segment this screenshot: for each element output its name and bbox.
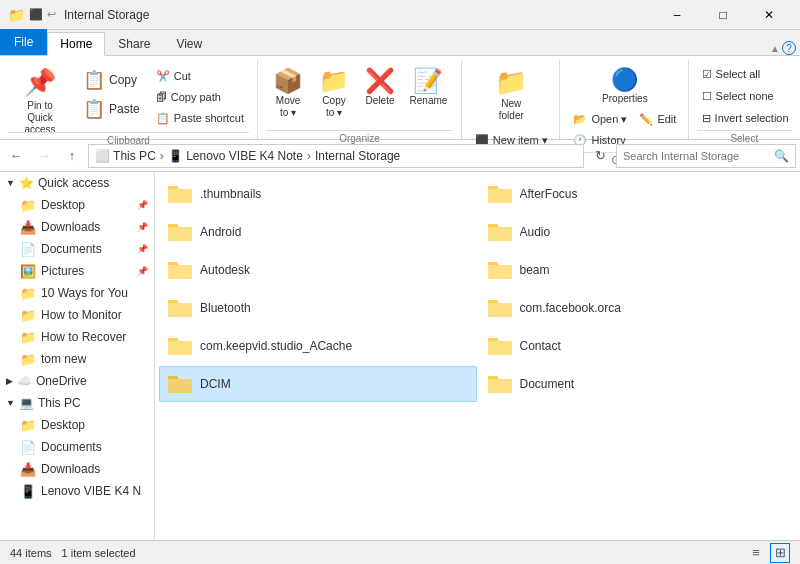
up-button[interactable]: ↑	[60, 144, 84, 168]
file-item-document[interactable]: Document	[479, 366, 797, 402]
paste-shortcut-button[interactable]: 📋 Paste shortcut	[151, 108, 249, 128]
tab-view[interactable]: View	[163, 31, 215, 55]
file-item-facebook[interactable]: com.facebook.orca	[479, 290, 797, 326]
new-section: 📁 Newfolder ⬛ New item ▾ New	[462, 60, 561, 139]
close-button[interactable]: ✕	[746, 0, 792, 30]
select-all-button[interactable]: ☑ Select all	[697, 64, 794, 84]
thispc-label: This PC	[38, 396, 81, 410]
sidebar-item-desktop-pc[interactable]: 📁 Desktop	[0, 414, 154, 436]
folder-svg-android	[166, 220, 194, 244]
app-icon: 📁	[8, 7, 25, 23]
file-item-contact[interactable]: Contact	[479, 328, 797, 364]
file-name-dcim: DCIM	[200, 377, 231, 391]
sidebar-label-desktop-pc: Desktop	[41, 418, 85, 432]
delete-button[interactable]: ❌ Delete	[358, 64, 402, 128]
sidebar-item-documents-quick[interactable]: 📄 Documents 📌	[0, 238, 154, 260]
file-item-audio[interactable]: Audio	[479, 214, 797, 250]
sidebar-item-desktop-quick[interactable]: 📁 Desktop 📌	[0, 194, 154, 216]
ribbon-tabs: File Home Share View ▲ ?	[0, 30, 800, 56]
tab-file[interactable]: File	[0, 29, 47, 55]
sidebar-item-tomnew[interactable]: 📁 tom new	[0, 348, 154, 370]
copy-label: Copy	[109, 73, 137, 87]
cut-button[interactable]: ✂️ Cut	[151, 66, 249, 86]
large-icons-view-button[interactable]: ⊞	[770, 543, 790, 563]
thispc-icon: 💻	[19, 396, 34, 410]
details-view-button[interactable]: ≡	[746, 543, 766, 563]
ribbon-collapse-icon[interactable]: ▲	[770, 43, 780, 54]
sidebar-label-howtorecover: How to Recover	[41, 330, 126, 344]
title-bar: 📁 ⬛ ↩ Internal Storage – □ ✕	[0, 0, 800, 30]
refresh-button[interactable]: ↻	[588, 144, 612, 168]
minimize-button[interactable]: –	[654, 0, 700, 30]
sidebar-item-downloads-pc[interactable]: 📥 Downloads	[0, 458, 154, 480]
sidebar-label-documents: Documents	[41, 242, 102, 256]
maximize-button[interactable]: □	[700, 0, 746, 30]
sidebar-label-downloads-pc: Downloads	[41, 462, 100, 476]
rename-button[interactable]: 📝 Rename	[404, 64, 453, 128]
search-icon: 🔍	[774, 149, 789, 163]
onedrive-header[interactable]: ▶ ☁️ OneDrive	[0, 370, 154, 392]
copy-to-icon: 📁	[319, 67, 349, 95]
new-folder-button[interactable]: 📁 Newfolder	[470, 64, 553, 128]
copy-to-button[interactable]: 📁 Copyto ▾	[312, 64, 356, 128]
desktop-icon: 📁	[20, 198, 36, 213]
folder-svg-keepvid	[166, 334, 194, 358]
move-to-button[interactable]: 📦 Moveto ▾	[266, 64, 310, 128]
thispc-header[interactable]: ▼ 💻 This PC	[0, 392, 154, 414]
breadcrumb[interactable]: ⬜ This PC › 📱 Lenovo VIBE K4 Note › Inte…	[88, 144, 584, 168]
file-item-beam[interactable]: beam	[479, 252, 797, 288]
invert-selection-button[interactable]: ⊟ Invert selection	[697, 108, 794, 128]
tab-share[interactable]: Share	[105, 31, 163, 55]
pin-to-quick-button[interactable]: 📌 Pin to Quickaccess	[8, 64, 72, 128]
pin-label: Pin to Quickaccess	[15, 100, 65, 136]
sidebar-item-howtorecover[interactable]: 📁 How to Recover	[0, 326, 154, 348]
paste-button[interactable]: 📋 Paste	[74, 95, 149, 123]
select-none-button[interactable]: ☐ Select none	[697, 86, 794, 106]
tab-home[interactable]: Home	[47, 32, 105, 56]
search-input[interactable]	[623, 150, 768, 162]
copy-path-button[interactable]: 🗐 Copy path	[151, 87, 249, 107]
sidebar-item-pictures-quick[interactable]: 🖼️ Pictures 📌	[0, 260, 154, 282]
help-icon[interactable]: ?	[782, 41, 796, 55]
folder-svg-thumbnails	[166, 182, 194, 206]
sidebar-label-pictures: Pictures	[41, 264, 84, 278]
collapse-arrow: ▼	[6, 178, 15, 188]
file-item-android[interactable]: Android	[159, 214, 477, 250]
quick-access-icon: ⬛	[29, 8, 43, 21]
10ways-icon: 📁	[20, 286, 36, 301]
lenovo-icon: 📱	[20, 484, 36, 499]
folder-svg-afterfocus	[486, 182, 514, 206]
file-item-bluetooth[interactable]: Bluetooth	[159, 290, 477, 326]
properties-button[interactable]: 🔵 Properties	[568, 64, 681, 108]
quick-access-header[interactable]: ▼ ⭐ Quick access	[0, 172, 154, 194]
select-all-icon: ☑	[702, 68, 712, 81]
file-name-thumbnails: .thumbnails	[200, 187, 261, 201]
edit-icon: ✏️	[639, 113, 653, 126]
file-item-afterfocus[interactable]: AfterFocus	[479, 176, 797, 212]
file-item-dcim[interactable]: DCIM	[159, 366, 477, 402]
sidebar-item-downloads-quick[interactable]: 📥 Downloads 📌	[0, 216, 154, 238]
sidebar-item-howtomonitor[interactable]: 📁 How to Monitor	[0, 304, 154, 326]
edit-button[interactable]: ✏️ Edit	[634, 109, 681, 129]
select-none-icon: ☐	[702, 90, 712, 103]
downloads-pc-icon: 📥	[20, 462, 36, 477]
file-name-afterfocus: AfterFocus	[520, 187, 578, 201]
sidebar-label-howtomonitor: How to Monitor	[41, 308, 122, 322]
search-box[interactable]: 🔍	[616, 144, 796, 168]
selected-count: 1 item selected	[62, 547, 136, 559]
sidebar-item-10ways[interactable]: 📁 10 Ways for You	[0, 282, 154, 304]
ribbon: 📌 Pin to Quickaccess 📋 Copy 📋 Paste ✂️ C…	[0, 56, 800, 140]
open-button[interactable]: 📂 Open ▾	[568, 109, 632, 129]
forward-button[interactable]: →	[32, 144, 56, 168]
file-item-thumbnails[interactable]: .thumbnails	[159, 176, 477, 212]
file-name-beam: beam	[520, 263, 550, 277]
sidebar-item-documents-pc[interactable]: 📄 Documents	[0, 436, 154, 458]
file-item-autodesk[interactable]: Autodesk	[159, 252, 477, 288]
pin-indicator3: 📌	[137, 244, 148, 254]
howtorecover-icon: 📁	[20, 330, 36, 345]
copy-button[interactable]: 📋 Copy	[74, 66, 149, 94]
sidebar-item-lenovo[interactable]: 📱 Lenovo VIBE K4 N	[0, 480, 154, 502]
pin-indicator: 📌	[137, 200, 148, 210]
back-button[interactable]: ←	[4, 144, 28, 168]
file-item-keepvid[interactable]: com.keepvid.studio_ACache	[159, 328, 477, 364]
